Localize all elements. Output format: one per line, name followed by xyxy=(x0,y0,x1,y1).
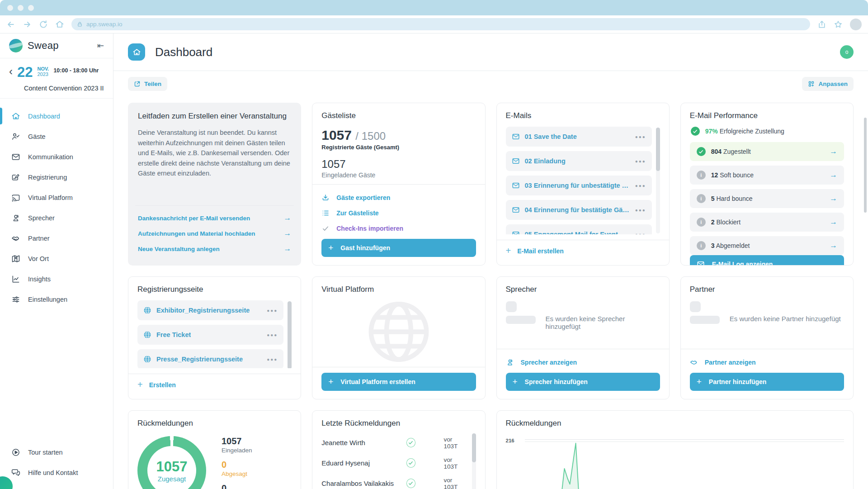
reload-icon[interactable] xyxy=(39,20,48,29)
registration-page-item[interactable]: Exhibitor_Registrierungsseite ●●● xyxy=(137,300,283,320)
sidebar-item-vor-ort[interactable]: Vor Ort xyxy=(0,248,113,269)
accepted-check-icon xyxy=(406,479,416,488)
performance-row[interactable]: i 804 Zugestellt → xyxy=(690,142,844,161)
guide-links: Dankesnachricht per E-Mail versenden → A… xyxy=(138,210,291,256)
window-zoom-button[interactable] xyxy=(28,5,34,11)
collapse-sidebar-icon[interactable]: ⇤ xyxy=(97,41,104,51)
sidebar-item-dashboard[interactable]: Dashboard xyxy=(0,106,113,126)
more-options-icon[interactable]: ●●● xyxy=(632,134,646,139)
scrollbar-track[interactable] xyxy=(288,301,292,367)
sidebar-item-partner[interactable]: Partner xyxy=(0,228,113,248)
more-options-icon[interactable]: ●●● xyxy=(632,208,646,213)
divider xyxy=(0,98,113,99)
sidebar-footer: Tour starten Hilfe und Kontakt xyxy=(0,442,113,489)
forward-icon[interactable] xyxy=(23,20,32,29)
more-options-icon[interactable]: ●●● xyxy=(632,183,646,188)
arrow-right-icon[interactable]: → xyxy=(830,147,837,156)
sidebar-item-sprecher[interactable]: Sprecher xyxy=(0,208,113,228)
envelope-icon xyxy=(512,133,520,141)
email-list-item[interactable]: 02 Einladung ●●● xyxy=(506,151,652,171)
email-log-button[interactable]: E-Mail Log anzeigen xyxy=(690,255,844,266)
more-options-icon[interactable]: ●●● xyxy=(263,357,278,362)
add-speaker-button[interactable]: + Sprecher hinzufügen xyxy=(506,373,660,391)
dashboard-badge-icon xyxy=(128,43,145,61)
sidebar-item-gaeste[interactable]: Gäste xyxy=(0,126,113,147)
add-partner-button[interactable]: + Partner hinzufügen xyxy=(690,373,844,391)
bookmark-star-icon[interactable] xyxy=(834,20,843,29)
email-list-item[interactable]: 05 Engagement Mail for Event ●●● xyxy=(506,224,652,234)
email-list-item[interactable]: 03 Erinnerung für unbestätigte Gäste ●●● xyxy=(506,176,652,195)
address-bar[interactable]: app.sweap.io xyxy=(71,18,810,30)
logo-text: Sweap xyxy=(28,40,59,52)
info-circle-icon: i xyxy=(697,171,706,180)
scrollbar-thumb[interactable] xyxy=(656,128,660,171)
scrollbar-track[interactable] xyxy=(656,128,660,233)
y-axis-max-label: 216 xyxy=(506,438,519,443)
home-icon[interactable] xyxy=(55,20,64,29)
performance-row[interactable]: i 12 Soft bounce → xyxy=(690,166,844,185)
scrollbar-track[interactable] xyxy=(472,433,476,489)
event-day: 22 xyxy=(17,65,33,80)
back-icon[interactable] xyxy=(6,20,15,29)
show-speakers-link[interactable]: Sprecher anzeigen xyxy=(506,355,660,370)
sidebar-item-insights[interactable]: Insights xyxy=(0,269,113,289)
guide-link[interactable]: Aufzeichnungen und Material hochladen → xyxy=(138,226,291,241)
event-name[interactable]: Content Convention 2023 II xyxy=(24,85,107,92)
scrollbar-thumb[interactable] xyxy=(288,301,292,368)
arrow-right-icon[interactable]: → xyxy=(830,171,837,180)
add-guest-button[interactable]: + Gast hinzufügen xyxy=(321,239,476,257)
sidebar-item-hilfe-kontakt[interactable]: Hilfe und Kontakt xyxy=(0,462,113,483)
guide-link[interactable]: Neue Veranstaltung anlegen → xyxy=(138,241,291,256)
sidebar: Sweap ⇤ ‹ 22 NOV. 2023 10:00 - 18:00 Uhr… xyxy=(0,33,113,489)
previous-event-icon[interactable]: ‹ xyxy=(6,65,13,77)
browser-profile-avatar[interactable] xyxy=(850,19,862,30)
page-scrollbar-thumb[interactable] xyxy=(864,118,867,213)
map-pin-icon xyxy=(11,254,20,263)
divider xyxy=(497,240,669,240)
registration-page-item[interactable]: Free Ticket ●●● xyxy=(137,325,283,345)
create-email-link[interactable]: + E-Mail erstellen xyxy=(506,244,660,257)
url-text: app.sweap.io xyxy=(86,21,123,28)
goto-guestlist-link[interactable]: Zur Gästeliste xyxy=(321,205,476,221)
arrow-right-icon[interactable]: → xyxy=(830,218,837,227)
download-icon xyxy=(321,194,330,202)
performance-row[interactable]: i 5 Hard bounce → xyxy=(690,189,844,208)
divider xyxy=(312,184,485,185)
page-header: Dashboard o xyxy=(113,33,868,71)
sidebar-item-virtual-platform[interactable]: Virtual Platform xyxy=(0,187,113,208)
create-virtual-platform-button[interactable]: + Virtual Platform erstellen xyxy=(321,373,476,391)
registration-page-item[interactable]: Presse_Registrierungsseite ●●● xyxy=(137,349,283,368)
guide-link[interactable]: Dankesnachricht per E-Mail versenden → xyxy=(138,210,291,226)
email-list-item[interactable]: 04 Erinnerung für bestätigte Gäste ●●● xyxy=(506,200,652,220)
more-options-icon[interactable]: ●●● xyxy=(632,159,646,164)
sidebar-item-einstellungen[interactable]: Einstellungen xyxy=(0,289,113,309)
divider xyxy=(312,367,485,367)
sidebar-item-tour-starten[interactable]: Tour starten xyxy=(0,442,113,462)
customize-button[interactable]: Anpassen xyxy=(802,77,854,91)
email-list-item[interactable]: 01 Save the Date ●●● xyxy=(506,127,652,147)
page-title: Dashboard xyxy=(155,45,212,59)
more-options-icon[interactable]: ●●● xyxy=(263,332,278,337)
arrow-right-icon[interactable]: → xyxy=(830,241,837,250)
event-year: 2023 xyxy=(37,71,49,77)
performance-row[interactable]: i 3 Abgemeldet → xyxy=(690,236,844,255)
window-minimize-button[interactable] xyxy=(18,5,24,11)
create-registration-page-link[interactable]: + Erstellen xyxy=(137,378,292,391)
share-button[interactable]: Teilen xyxy=(128,77,167,91)
response-row: Jeanette Wirth vor 103T xyxy=(321,432,467,453)
guestlist-card: Gästeliste 1057 / 1500 Registrierte Gäst… xyxy=(312,103,485,266)
more-options-icon[interactable]: ●●● xyxy=(263,308,278,313)
invited-count: 1057 xyxy=(321,158,476,171)
more-options-icon[interactable]: ●●● xyxy=(632,232,646,235)
import-checkins-link[interactable]: Check-Ins importieren xyxy=(321,221,476,236)
sidebar-item-kommunikation[interactable]: Kommunikation xyxy=(0,147,113,167)
scrollbar-thumb[interactable] xyxy=(472,433,476,462)
share-icon[interactable] xyxy=(817,20,826,29)
arrow-right-icon[interactable]: → xyxy=(830,194,837,203)
window-close-button[interactable] xyxy=(7,5,13,11)
export-guests-link[interactable]: Gäste exportieren xyxy=(321,190,476,205)
show-partners-link[interactable]: Partner anzeigen xyxy=(690,355,844,370)
user-avatar[interactable]: o xyxy=(840,45,854,59)
sidebar-item-registrierung[interactable]: Registrierung xyxy=(0,167,113,187)
performance-row[interactable]: i 2 Blockiert → xyxy=(690,213,844,232)
